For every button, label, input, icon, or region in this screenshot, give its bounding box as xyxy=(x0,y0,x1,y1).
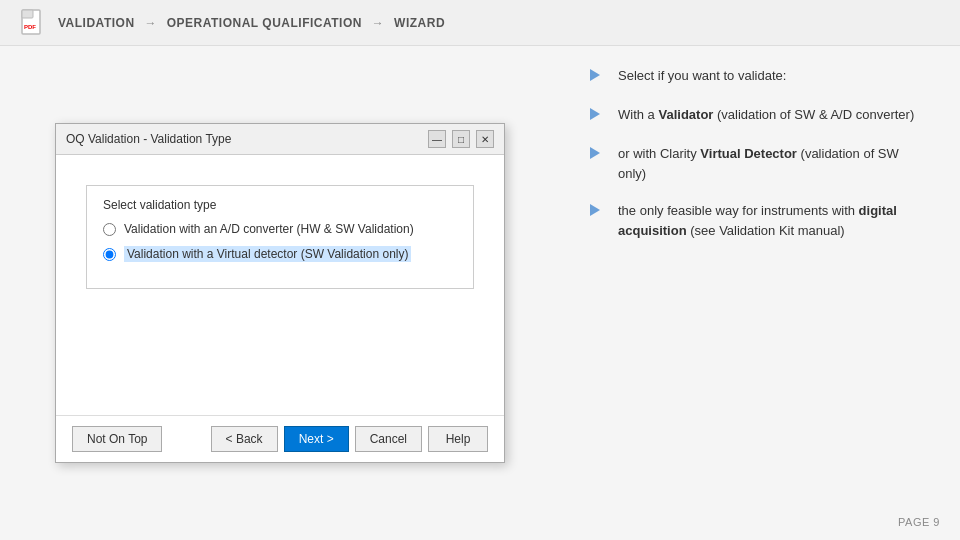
help-item-1: Select if you want to validate: xyxy=(590,66,930,87)
arrow-icon-1 xyxy=(590,67,610,87)
arrow-icon-3 xyxy=(590,145,610,165)
dialog-titlebar: OQ Validation - Validation Type — □ ✕ xyxy=(56,124,504,155)
page-number: PAGE 9 xyxy=(898,516,940,528)
arrow-icon-2 xyxy=(590,106,610,126)
breadcrumb-part3: WIZARD xyxy=(394,16,445,30)
help-text-2-bold: Validator xyxy=(658,107,713,122)
option2-radio-input[interactable] xyxy=(103,248,116,261)
help-text-1: Select if you want to validate: xyxy=(618,66,930,86)
cancel-button[interactable]: Cancel xyxy=(355,426,422,452)
group-legend: Select validation type xyxy=(103,198,457,212)
breadcrumb-arrow1: → xyxy=(144,16,157,30)
help-button[interactable]: Help xyxy=(428,426,488,452)
dialog-controls: — □ ✕ xyxy=(428,130,494,148)
help-item-2: With a Validator (validation of SW & A/D… xyxy=(590,105,930,126)
back-button[interactable]: < Back xyxy=(211,426,278,452)
help-text-3-bold: Virtual Detector xyxy=(700,146,797,161)
main-content: OQ Validation - Validation Type — □ ✕ Se… xyxy=(0,46,960,540)
help-text-2-prefix: With a xyxy=(618,107,658,122)
svg-rect-1 xyxy=(22,10,33,18)
left-panel: OQ Validation - Validation Type — □ ✕ Se… xyxy=(0,46,560,540)
help-text-2: With a Validator (validation of SW & A/D… xyxy=(618,105,930,125)
next-button[interactable]: Next > xyxy=(284,426,349,452)
help-text-4-prefix: the only feasible way for instruments wi… xyxy=(618,203,859,218)
dialog-footer: Not On Top < Back Next > Cancel Help xyxy=(56,415,504,462)
breadcrumb-part2: OPERATIONAL QUALIFICATION xyxy=(167,16,362,30)
not-on-top-button[interactable]: Not On Top xyxy=(72,426,162,452)
pdf-icon: PDF xyxy=(20,9,48,37)
option1-label: Validation with an A/D converter (HW & S… xyxy=(124,222,414,236)
option1-radio-input[interactable] xyxy=(103,223,116,236)
svg-marker-6 xyxy=(590,204,600,216)
right-panel: Select if you want to validate: With a V… xyxy=(560,46,960,540)
svg-marker-4 xyxy=(590,108,600,120)
option2-label: Validation with a Virtual detector (SW V… xyxy=(124,246,411,262)
close-button[interactable]: ✕ xyxy=(476,130,494,148)
breadcrumb: VALIDATION → OPERATIONAL QUALIFICATION →… xyxy=(58,16,445,30)
help-text-3: or with Clarity Virtual Detector (valida… xyxy=(618,144,930,183)
arrow-icon-4 xyxy=(590,202,610,222)
dialog-body: Select validation type Validation with a… xyxy=(56,155,504,415)
validation-type-group: Select validation type Validation with a… xyxy=(86,185,474,289)
breadcrumb-part1: VALIDATION xyxy=(58,16,135,30)
maximize-button[interactable]: □ xyxy=(452,130,470,148)
svg-text:PDF: PDF xyxy=(24,24,36,30)
help-text-4: the only feasible way for instruments wi… xyxy=(618,201,930,240)
help-text-2-suffix: (validation of SW & A/D converter) xyxy=(713,107,914,122)
help-text-4-suffix: (see Validation Kit manual) xyxy=(687,223,845,238)
header: PDF VALIDATION → OPERATIONAL QUALIFICATI… xyxy=(0,0,960,46)
svg-marker-5 xyxy=(590,147,600,159)
dialog-title: OQ Validation - Validation Type xyxy=(66,132,231,146)
breadcrumb-arrow2: → xyxy=(372,16,385,30)
minimize-button[interactable]: — xyxy=(428,130,446,148)
option2-radio[interactable]: Validation with a Virtual detector (SW V… xyxy=(103,246,457,262)
svg-marker-3 xyxy=(590,69,600,81)
dialog-window: OQ Validation - Validation Type — □ ✕ Se… xyxy=(55,123,505,463)
help-item-4: the only feasible way for instruments wi… xyxy=(590,201,930,240)
help-text-3-prefix: or with Clarity xyxy=(618,146,700,161)
option1-radio[interactable]: Validation with an A/D converter (HW & S… xyxy=(103,222,457,236)
help-item-3: or with Clarity Virtual Detector (valida… xyxy=(590,144,930,183)
